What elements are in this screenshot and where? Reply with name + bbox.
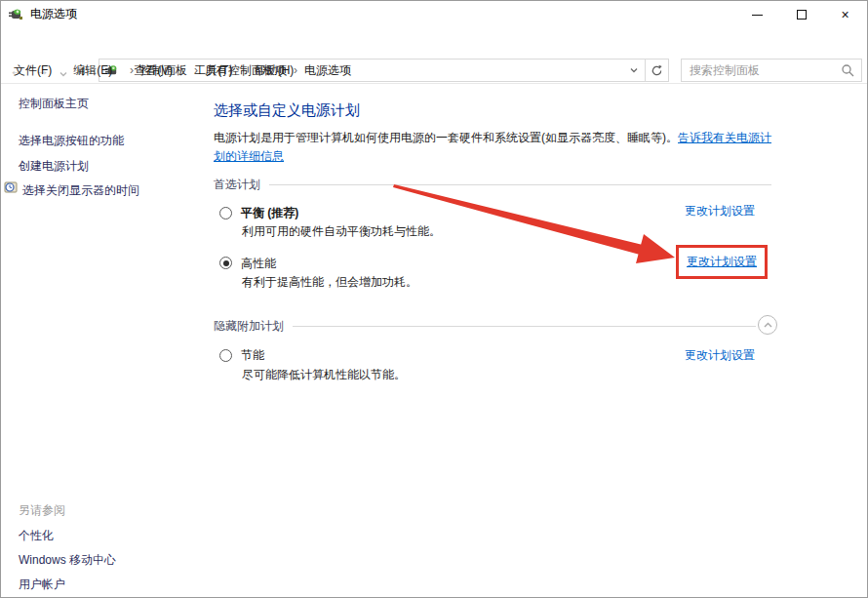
radio-balanced[interactable]	[219, 207, 232, 219]
menu-file[interactable]: 文件(F)	[10, 60, 56, 81]
menu-bar: 文件(F) 编辑(E) 查看(V) 工具(T) 帮助(H)	[1, 58, 867, 84]
sidebar-item-user-accounts[interactable]: 用户帐户	[19, 577, 65, 593]
intro-paragraph: 电源计划是用于管理计算机如何使用电源的一套硬件和系统设置(如显示器亮度、睡眠等)…	[214, 129, 777, 166]
navigation-bar: ← → ↑ › 控制面板 › 所有控制面板项 › 电源选项	[1, 28, 867, 58]
section-divider	[269, 184, 771, 185]
plan-name-balanced[interactable]: 平衡 (推荐)	[241, 205, 298, 221]
menu-view[interactable]: 查看(V)	[130, 60, 177, 81]
annotation-arrow	[1, 1, 868, 598]
radio-power-saver[interactable]	[219, 349, 232, 362]
plan-desc-power-saver: 尽可能降低计算机性能以节能。	[242, 367, 406, 383]
sidebar-item-control-panel-home[interactable]: 控制面板主页	[19, 96, 89, 112]
sidebar-item-power-buttons[interactable]: 选择电源按钮的功能	[19, 133, 124, 149]
plan-name-power-saver[interactable]: 节能	[241, 347, 264, 364]
titlebar: 电源选项 ×	[1, 1, 867, 28]
annotation-highlight-box: 更改计划设置	[676, 245, 768, 279]
menu-tools[interactable]: 工具(T)	[190, 60, 236, 81]
display-off-time-icon	[4, 180, 19, 198]
intro-text: 电源计划是用于管理计算机如何使用电源的一套硬件和系统设置(如显示器亮度、睡眠等)…	[214, 131, 678, 144]
close-button[interactable]: ×	[823, 1, 867, 28]
plan-name-high-performance[interactable]: 高性能	[241, 256, 276, 272]
window-title: 电源选项	[30, 1, 77, 26]
section-divider	[293, 326, 756, 327]
maximize-button[interactable]	[779, 1, 823, 28]
menu-help[interactable]: 帮助(H)	[251, 60, 298, 81]
see-also-header: 另请参阅	[19, 502, 65, 519]
power-options-app-icon	[8, 7, 23, 25]
close-icon: ×	[841, 8, 848, 21]
section-label: 隐藏附加计划	[214, 318, 284, 335]
sidebar-item-personalization[interactable]: 个性化	[19, 528, 54, 544]
change-plan-settings-link-high-performance[interactable]: 更改计划设置	[687, 255, 757, 268]
maximize-icon	[797, 10, 807, 20]
plan-desc-balanced: 利用可用的硬件自动平衡功耗与性能。	[242, 223, 441, 240]
window-controls: ×	[735, 1, 867, 28]
collapse-section-button[interactable]	[758, 315, 777, 335]
change-plan-settings-link-power-saver[interactable]: 更改计划设置	[685, 347, 755, 364]
power-options-window: 电源选项 × ← → ↑ › 控制面板	[0, 0, 868, 598]
page-title: 选择或自定义电源计划	[214, 101, 360, 120]
minimize-icon	[752, 15, 763, 16]
chevron-up-icon	[763, 321, 773, 330]
section-additional-plans: 隐藏附加计划	[214, 318, 756, 335]
plan-desc-high-performance: 有利于提高性能，但会增加功耗。	[242, 274, 417, 291]
sidebar-item-display-off-time[interactable]: 选择关闭显示器的时间	[22, 182, 139, 199]
menu-edit[interactable]: 编辑(E)	[69, 60, 116, 81]
sidebar-item-create-plan[interactable]: 创建电源计划	[19, 158, 89, 175]
change-plan-settings-link-balanced[interactable]: 更改计划设置	[685, 203, 755, 219]
section-preferred-plans: 首选计划	[214, 177, 771, 193]
radio-high-performance[interactable]	[219, 257, 232, 269]
section-label: 首选计划	[214, 177, 260, 193]
sidebar-item-mobility-center[interactable]: Windows 移动中心	[19, 552, 116, 569]
minimize-button[interactable]	[735, 1, 779, 28]
